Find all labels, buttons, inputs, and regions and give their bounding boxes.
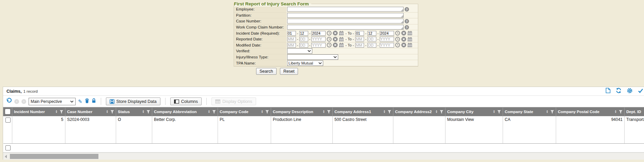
column-header-incident-number[interactable]: Incident Number▲▼: [12, 107, 65, 116]
clock-icon[interactable]: [327, 37, 332, 42]
clear-date-icon[interactable]: [401, 31, 406, 36]
column-header-status[interactable]: Status▲▼: [116, 107, 152, 116]
delete-perspective-icon[interactable]: [85, 98, 89, 105]
filter-icon[interactable]: [327, 110, 331, 114]
help-icon[interactable]: ?: [405, 25, 409, 30]
injury-type-select[interactable]: [287, 54, 338, 60]
calendar-icon[interactable]: [407, 42, 412, 48]
column-header-company-description[interactable]: Company Description▲▼: [271, 107, 333, 116]
sort-icon[interactable]: ▲▼: [546, 110, 548, 113]
reported-from-month[interactable]: [287, 37, 296, 41]
row-checkbox[interactable]: [5, 118, 11, 123]
reported-to-month[interactable]: [355, 37, 364, 41]
incident-from-year[interactable]: [311, 31, 326, 36]
filter-icon[interactable]: [60, 110, 63, 114]
store-displayed-data-button[interactable]: Store Displayed Data: [106, 97, 160, 105]
gear-icon[interactable]: [627, 88, 633, 95]
sort-icon[interactable]: ▲▼: [436, 110, 438, 113]
column-header-company-code[interactable]: Company Code▲▼: [218, 107, 271, 116]
filter-icon[interactable]: [265, 110, 269, 114]
reported-to-day[interactable]: [367, 37, 376, 41]
scrollbar-thumb[interactable]: [10, 154, 98, 159]
column-header-company-state[interactable]: Company State▲▼: [503, 107, 556, 116]
check-icon[interactable]: [638, 88, 643, 95]
perspective-select[interactable]: Main Perspective: [29, 98, 76, 105]
column-header-company-city[interactable]: Company City▲▼: [445, 107, 503, 116]
filter-icon[interactable]: [440, 110, 443, 114]
modified-from-month[interactable]: [287, 43, 296, 48]
filter-icon[interactable]: [146, 110, 150, 114]
employee-input[interactable]: [287, 7, 404, 12]
incident-to-day[interactable]: [367, 31, 376, 36]
scroll-left-icon[interactable]: [5, 155, 7, 158]
verified-select[interactable]: [287, 48, 312, 54]
sort-icon[interactable]: ▲▼: [106, 110, 108, 113]
modified-from-year[interactable]: [311, 43, 326, 48]
filter-icon[interactable]: [497, 110, 501, 114]
sort-icon[interactable]: ▲▼: [56, 110, 58, 113]
clock-icon[interactable]: [395, 37, 400, 42]
clock-icon[interactable]: [327, 42, 332, 48]
calendar-icon[interactable]: [339, 42, 344, 48]
column-header-company-abbreviation[interactable]: Company Abbreviation▲▼: [152, 107, 218, 116]
reset-button[interactable]: Reset: [280, 68, 298, 75]
filter-icon[interactable]: [550, 110, 554, 114]
clear-date-icon[interactable]: [401, 37, 406, 42]
tpa-name-select[interactable]: Liberty Mutual: [287, 60, 323, 66]
column-header-company-address2[interactable]: Company Address2▲▼: [393, 107, 445, 116]
horizontal-scrollbar[interactable]: [3, 152, 644, 160]
sort-icon[interactable]: ▲▼: [615, 110, 617, 113]
clear-date-icon[interactable]: [333, 31, 338, 36]
filter-icon[interactable]: [212, 110, 216, 114]
column-header-company-address1[interactable]: Company Address1▲▼: [333, 107, 393, 116]
incident-from-day[interactable]: [299, 31, 308, 36]
sort-icon[interactable]: ▲▼: [208, 110, 210, 113]
sort-icon[interactable]: ▲▼: [383, 110, 386, 113]
reported-from-year[interactable]: [311, 37, 326, 41]
sort-icon[interactable]: ▲▼: [142, 110, 144, 113]
search-button[interactable]: Search: [256, 68, 277, 75]
sort-icon[interactable]: ▲▼: [261, 110, 263, 113]
incident-to-year[interactable]: [380, 31, 394, 36]
lock-perspective-icon[interactable]: [92, 98, 96, 105]
calendar-icon[interactable]: [339, 31, 344, 36]
reported-to-year[interactable]: [380, 37, 394, 41]
clear-date-icon[interactable]: [401, 42, 406, 48]
clock-icon[interactable]: [327, 31, 332, 36]
work-comp-input[interactable]: [287, 25, 404, 30]
reset-perspective-icon[interactable]: [6, 98, 12, 105]
calendar-icon[interactable]: [339, 37, 344, 42]
help-icon[interactable]: ?: [405, 7, 409, 12]
modified-to-year[interactable]: [380, 43, 394, 48]
new-document-icon[interactable]: [606, 88, 611, 95]
sort-icon[interactable]: ▲▼: [493, 110, 495, 113]
clear-date-icon[interactable]: [333, 37, 338, 42]
footer-checkbox[interactable]: [5, 145, 11, 150]
clock-icon[interactable]: [395, 31, 400, 36]
column-header-dept-id[interactable]: Dept. ID▲▼: [625, 107, 644, 116]
sort-icon[interactable]: ▲▼: [323, 110, 325, 113]
select-all-checkbox[interactable]: [5, 109, 10, 114]
calendar-icon[interactable]: [407, 31, 412, 36]
filter-icon[interactable]: [388, 110, 391, 114]
case-number-input[interactable]: [287, 19, 404, 23]
filter-icon[interactable]: [619, 110, 623, 114]
incident-to-month[interactable]: [355, 31, 364, 36]
filter-icon[interactable]: [110, 110, 114, 114]
help-icon[interactable]: ?: [405, 19, 409, 23]
incident-from-month[interactable]: [287, 31, 296, 36]
partition-input[interactable]: [287, 13, 404, 18]
column-header-company-postal-code[interactable]: Company Postal Code▲▼: [556, 107, 625, 116]
table-row[interactable]: 5 S2024-0003 O Better Corp. PL Productio…: [3, 116, 644, 144]
clear-date-icon[interactable]: [333, 42, 338, 48]
modified-to-day[interactable]: [367, 43, 376, 48]
calendar-icon[interactable]: [407, 37, 412, 42]
modified-to-month[interactable]: [355, 43, 364, 48]
refresh-icon[interactable]: [616, 88, 622, 95]
modified-from-day[interactable]: [299, 43, 308, 48]
column-header-case-number[interactable]: Case Number▲▼: [65, 107, 116, 116]
columns-button[interactable]: Columns: [170, 97, 202, 105]
edit-perspective-icon[interactable]: ✎: [78, 99, 82, 104]
reported-from-day[interactable]: [299, 37, 308, 41]
clock-icon[interactable]: [395, 42, 400, 48]
